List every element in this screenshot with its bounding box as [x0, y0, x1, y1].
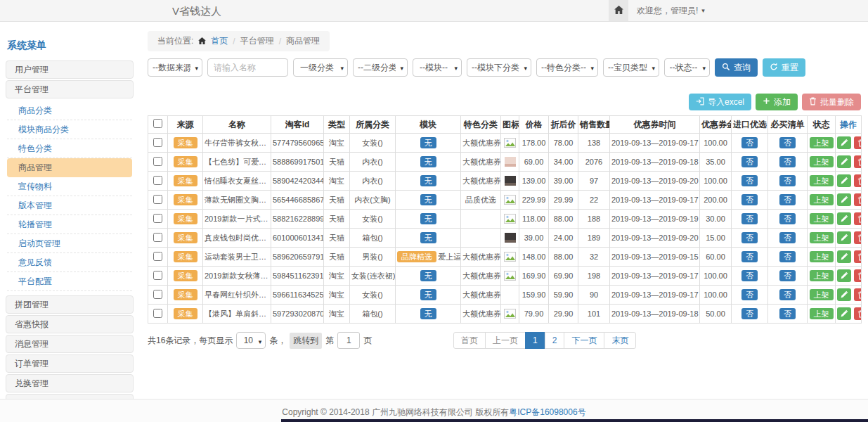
sidebar-item-exchange-management[interactable]: 兑换管理 [6, 374, 134, 392]
item-type-select[interactable]: --宝贝类型--▾ [603, 58, 659, 77]
row-checkbox[interactable] [153, 252, 162, 261]
submenu-item-platform-config[interactable]: 平台配置 [7, 272, 132, 291]
must-buy-toggle[interactable]: 否 [779, 232, 796, 243]
delete-button[interactable] [854, 212, 862, 225]
delete-button[interactable] [854, 269, 862, 282]
jump-page-input[interactable] [337, 332, 360, 349]
module-select[interactable]: --模块--▾ [413, 58, 462, 77]
submenu-item-feedback[interactable]: 意见反馈 [7, 253, 132, 272]
status-badge[interactable]: 上架 [810, 270, 834, 281]
submenu-item-module-goods-category[interactable]: 模块商品分类 [7, 120, 132, 139]
delete-button[interactable] [854, 307, 862, 320]
pager-first[interactable]: 首页 [453, 332, 486, 349]
submenu-item-feature-category[interactable]: 特色分类 [7, 139, 132, 158]
submenu-item-goods-category[interactable]: 商品分类 [7, 101, 132, 120]
delete-button[interactable] [854, 231, 862, 244]
status-badge[interactable]: 上架 [810, 308, 834, 319]
select-all-checkbox[interactable] [153, 119, 162, 128]
row-checkbox[interactable] [153, 157, 162, 166]
import-choice-toggle[interactable]: 否 [741, 194, 758, 205]
level2-category-select[interactable]: --二级分类--▾ [353, 58, 408, 77]
import-choice-toggle[interactable]: 否 [741, 156, 758, 167]
must-buy-toggle[interactable]: 否 [779, 251, 796, 262]
sidebar-item-group-buy-management[interactable]: 拼团管理 [6, 295, 134, 314]
delete-button[interactable] [854, 155, 862, 168]
pager-last[interactable]: 末页 [604, 332, 636, 349]
must-buy-toggle[interactable]: 否 [779, 270, 796, 281]
must-buy-toggle[interactable]: 否 [779, 156, 796, 167]
must-buy-toggle[interactable]: 否 [779, 289, 796, 300]
submenu-item-promo-material[interactable]: 宣传物料 [7, 177, 132, 196]
jump-button[interactable]: 跳转到 [290, 333, 322, 349]
status-badge[interactable]: 上架 [810, 156, 834, 167]
import-choice-toggle[interactable]: 否 [741, 308, 758, 319]
import-choice-toggle[interactable]: 否 [741, 270, 758, 281]
import-choice-toggle[interactable]: 否 [741, 175, 758, 186]
status-badge[interactable]: 上架 [810, 194, 834, 205]
edit-button[interactable] [837, 307, 851, 320]
icp-link[interactable]: 粤ICP备16098006号 [509, 407, 585, 417]
submenu-item-version-management[interactable]: 版本管理 [7, 196, 132, 215]
delete-button[interactable] [854, 193, 862, 206]
home-button[interactable] [609, 0, 628, 21]
edit-button[interactable] [837, 269, 851, 282]
must-buy-toggle[interactable]: 否 [779, 137, 796, 148]
status-badge[interactable]: 上架 [810, 232, 834, 243]
search-button[interactable]: 查询 [715, 58, 758, 77]
status-badge[interactable]: 上架 [810, 289, 834, 300]
row-checkbox[interactable] [153, 309, 162, 318]
submenu-item-carousel-management[interactable]: 轮播管理 [7, 215, 132, 234]
pager-page-1[interactable]: 1 [525, 332, 545, 349]
row-checkbox[interactable] [153, 233, 162, 242]
name-filter-input[interactable] [207, 58, 288, 77]
edit-button[interactable] [837, 212, 851, 225]
delete-button[interactable] [854, 174, 862, 187]
edit-button[interactable] [837, 288, 851, 301]
status-select[interactable]: --状态--▾ [664, 58, 710, 77]
pager-prev[interactable]: 上一页 [485, 332, 526, 349]
row-checkbox[interactable] [153, 290, 162, 299]
must-buy-toggle[interactable]: 否 [779, 213, 796, 224]
pager-next[interactable]: 下一页 [564, 332, 604, 349]
submenu-item-goods-management[interactable]: 商品管理 [7, 158, 132, 177]
status-badge[interactable]: 上架 [810, 251, 834, 262]
feature-category-select[interactable]: --特色分类--▾ [536, 58, 598, 77]
must-buy-toggle[interactable]: 否 [779, 175, 796, 186]
delete-button[interactable] [854, 136, 862, 149]
edit-button[interactable] [837, 231, 851, 244]
batch-delete-button[interactable]: 批量删除 [802, 94, 861, 110]
pager-page-2[interactable]: 2 [545, 332, 565, 349]
user-menu[interactable]: 欢迎您，管理员! ▾ [637, 0, 705, 21]
delete-button[interactable] [854, 250, 862, 263]
row-checkbox[interactable] [153, 214, 162, 223]
import-choice-toggle[interactable]: 否 [741, 289, 758, 300]
import-excel-button[interactable]: 导入excel [689, 94, 751, 110]
status-badge[interactable]: 上架 [810, 137, 834, 148]
level1-category-select[interactable]: 一级分类▾ [293, 58, 348, 77]
data-source-select[interactable]: --数据来源--▾ [148, 58, 202, 77]
sidebar-item-saving-news[interactable]: 省惠快报 [6, 315, 134, 333]
row-checkbox[interactable] [153, 271, 162, 280]
import-choice-toggle[interactable]: 否 [741, 137, 758, 148]
delete-button[interactable] [854, 288, 862, 301]
reset-button[interactable]: 重置 [763, 58, 805, 77]
edit-button[interactable] [837, 250, 851, 263]
edit-button[interactable] [837, 174, 851, 187]
sidebar-item-clipped-bottom-item[interactable]: 提现管理 [6, 394, 134, 399]
edit-button[interactable] [837, 136, 851, 149]
module-sub-category-select[interactable]: --模块下分类--▾ [467, 58, 531, 77]
edit-button[interactable] [837, 155, 851, 168]
status-badge[interactable]: 上架 [810, 213, 834, 224]
row-checkbox[interactable] [153, 195, 162, 204]
page-size-select[interactable]: 10 ▾ [236, 332, 266, 349]
sidebar-item-message-management[interactable]: 消息管理 [6, 335, 134, 353]
import-choice-toggle[interactable]: 否 [741, 213, 758, 224]
must-buy-toggle[interactable]: 否 [779, 308, 796, 319]
status-badge[interactable]: 上架 [810, 175, 834, 186]
add-button[interactable]: 添加 [756, 94, 798, 110]
submenu-item-splash-page-management[interactable]: 启动页管理 [7, 234, 132, 253]
row-checkbox[interactable] [153, 176, 162, 185]
sidebar-item-platform-management[interactable]: 平台管理 [6, 80, 134, 98]
sidebar-item-user-management[interactable]: 用户管理 [6, 60, 134, 79]
must-buy-toggle[interactable]: 否 [779, 194, 796, 205]
